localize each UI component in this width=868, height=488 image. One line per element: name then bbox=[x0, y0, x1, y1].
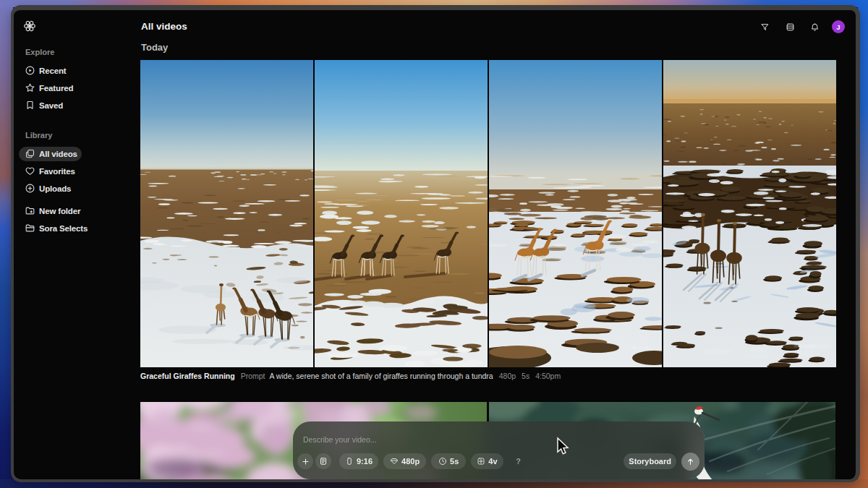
svg-text:≋ sora: ≋ sora bbox=[632, 344, 650, 351]
svg-text:≋ sora: ≋ sora bbox=[456, 346, 474, 352]
svg-text:≋ sora: ≋ sora bbox=[286, 344, 304, 351]
svg-text:≋≋ sora: ≋≋ sora bbox=[793, 343, 815, 349]
